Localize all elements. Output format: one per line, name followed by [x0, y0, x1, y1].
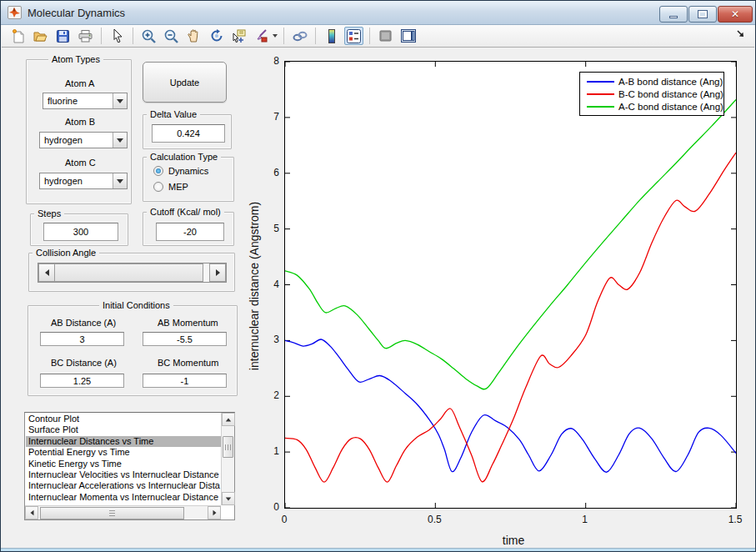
list-item[interactable]: Kinetic Energy vs Time [26, 459, 221, 469]
brush-dropdown-caret-icon[interactable] [273, 34, 278, 38]
list-item[interactable]: Internuclear Distances vs Time [26, 436, 221, 447]
scroll-left-icon[interactable] [25, 506, 38, 519]
initial-conditions-panel: Initial Conditions AB Distance (A) AB Mo… [28, 305, 238, 396]
minimize-button[interactable] [659, 6, 688, 23]
atom-c-label: Atom C [65, 158, 96, 168]
zoom-in-icon[interactable] [139, 27, 158, 45]
atom-c-dropdown[interactable]: hydrogen [39, 173, 128, 189]
legend-entry: B-C bond distance (Ang) [580, 88, 723, 100]
vscroll-thumb[interactable] [223, 436, 233, 458]
slider-left-arrow-icon[interactable] [38, 263, 55, 282]
atom-c-value: hydrogen [40, 173, 113, 188]
list-item[interactable]: Potential Energy vs Time [26, 447, 221, 458]
listbox-vertical-scrollbar[interactable] [221, 413, 234, 505]
collision-angle-panel: Collision Angle [28, 253, 235, 292]
list-item[interactable]: Internuclear Momenta vs Internuclear Dis… [26, 492, 221, 503]
open-file-icon[interactable] [31, 27, 50, 45]
cutoff-title: Cutoff (Kcal/ mol) [147, 207, 224, 217]
series-line-0 [285, 339, 736, 472]
steps-field[interactable]: 300 [43, 223, 118, 241]
show-plot-tools-dock-icon[interactable] [398, 27, 418, 45]
radio-dynamics[interactable]: Dynamics [153, 166, 208, 176]
radio-dynamics-icon[interactable] [153, 166, 163, 176]
legend-line-sample [587, 81, 614, 83]
insert-legend-icon[interactable] [344, 27, 363, 45]
save-icon[interactable] [53, 27, 73, 45]
slider-right-arrow-icon[interactable] [209, 263, 226, 282]
y-tick-label: 0 [254, 501, 279, 513]
atom-a-dropdown[interactable]: fluorine [43, 93, 128, 109]
y-tick-label: 8 [254, 55, 279, 67]
y-tick-label: 1 [254, 445, 279, 457]
link-plot-icon[interactable] [290, 27, 309, 45]
scroll-right-icon[interactable] [208, 506, 221, 519]
legend-line-sample [587, 106, 614, 108]
pan-hand-icon[interactable] [184, 27, 203, 45]
plot-type-listbox[interactable]: Contour PlotSurface PlotInternuclear Dis… [24, 412, 235, 520]
radio-mep-icon[interactable] [153, 182, 163, 192]
close-icon: ✕ [731, 8, 739, 20]
close-button[interactable]: ✕ [718, 6, 753, 23]
collision-angle-title: Collision Angle [33, 248, 99, 258]
steps-title: Steps [34, 208, 64, 218]
radio-mep[interactable]: MEP [153, 182, 188, 192]
toolbar-separator [283, 28, 284, 44]
app-window: Molecular Dynamics ✕ [0, 0, 756, 552]
update-button[interactable]: Update [143, 62, 227, 103]
list-item[interactable]: Contour Plot [26, 414, 221, 424]
list-item[interactable]: Internuclear Velocities vs Internuclear … [26, 469, 221, 480]
cutoff-field[interactable]: -20 [156, 223, 224, 241]
radio-dynamics-label: Dynamics [168, 166, 208, 176]
zoom-out-icon[interactable] [162, 27, 181, 45]
insert-colorbar-icon[interactable] [322, 27, 341, 45]
calculation-type-panel: Calculation Type Dynamics MEP [143, 157, 234, 202]
x-tick-label: 0.5 [418, 514, 451, 525]
bc-momentum-field[interactable]: -1 [143, 374, 227, 388]
legend-entry: A-C bond distance (Ang) [580, 100, 723, 113]
print-icon[interactable] [76, 27, 95, 45]
y-axis-label: internuclear distance (Angstrom) [248, 169, 261, 403]
bc-distance-label: BC Distance (A) [51, 358, 117, 368]
ab-momentum-field[interactable]: -5.5 [143, 332, 227, 346]
hscroll-thumb[interactable] [40, 507, 184, 519]
maximize-button[interactable] [688, 6, 717, 23]
atom-b-dropdown[interactable]: hydrogen [39, 132, 128, 148]
bc-distance-field[interactable]: 1.25 [40, 374, 124, 388]
y-tick-label: 7 [254, 111, 279, 123]
plot-type-list-items: Contour PlotSurface PlotInternuclear Dis… [26, 414, 221, 505]
list-item[interactable]: Internuclear Accelerations vs Internucle… [26, 480, 221, 491]
collision-angle-slider[interactable] [38, 263, 227, 283]
delta-value-title: Delta Value [147, 109, 200, 119]
dock-figure-arrow-icon[interactable] [736, 29, 746, 39]
x-tick-label: 1 [568, 514, 602, 525]
hide-plot-tools-icon[interactable] [376, 27, 395, 45]
list-item[interactable]: Surface Plot [26, 424, 221, 435]
new-figure-icon[interactable] [8, 27, 28, 45]
ab-distance-field[interactable]: 3 [40, 332, 124, 346]
x-axis-label: time [451, 534, 576, 547]
slider-track[interactable] [203, 263, 209, 282]
delta-value-field[interactable]: 0.424 [152, 124, 225, 143]
radio-mep-label: MEP [168, 182, 188, 192]
legend-label: B-C bond distance (Ang) [618, 89, 723, 99]
minimize-icon [669, 16, 678, 18]
slider-thumb[interactable] [55, 263, 203, 282]
rotate-3d-icon[interactable] [207, 27, 226, 45]
listbox-horizontal-scrollbar[interactable] [25, 505, 221, 519]
edit-plot-arrow-icon[interactable] [108, 27, 127, 45]
brush-data-icon[interactable] [252, 27, 271, 45]
scroll-down-icon[interactable] [222, 492, 235, 505]
legend-line-sample [587, 93, 614, 95]
data-cursor-icon[interactable] [229, 27, 248, 45]
plot-legend[interactable]: A-B bond distance (Ang)B-C bond distance… [579, 72, 724, 116]
initial-conditions-title: Initial Conditions [99, 300, 173, 310]
atom-b-value: hydrogen [40, 133, 113, 148]
toolbar-separator [369, 28, 370, 44]
atom-c-dropdown-arrow-icon[interactable] [113, 173, 127, 188]
titlebar: Molecular Dynamics ✕ [1, 1, 755, 25]
x-tick-label: 1.5 [718, 514, 752, 525]
toolbar-separator [101, 28, 102, 44]
atom-b-dropdown-arrow-icon[interactable] [113, 133, 127, 148]
scroll-up-icon[interactable] [222, 413, 235, 426]
atom-a-dropdown-arrow-icon[interactable] [113, 93, 127, 108]
